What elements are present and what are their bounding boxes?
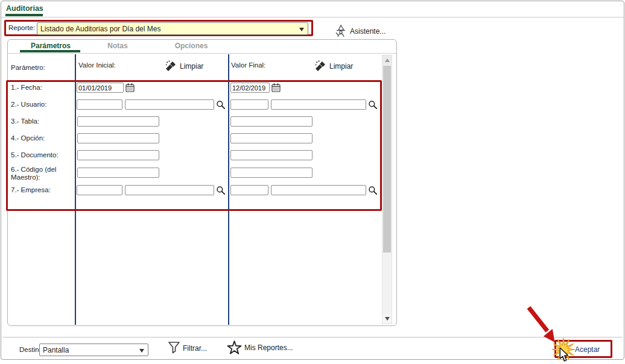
broom-icon <box>315 60 326 72</box>
documento-final-input[interactable] <box>230 150 312 160</box>
caret-down-icon <box>299 28 304 31</box>
param-label-fecha: 1.- Fecha: <box>11 84 42 91</box>
app-window: Auditorias Reporte: Listado de Auditoria… <box>1 1 624 360</box>
tab-parametros-label: Parámetros <box>31 42 71 50</box>
funnel-icon <box>168 341 180 355</box>
report-select[interactable]: Listado de Auditorias por Día del Mes <box>37 22 308 35</box>
tabla-final-input[interactable] <box>230 116 312 127</box>
magnifier-icon[interactable] <box>368 100 378 110</box>
report-select-value: Listado de Auditorias por Día del Mes <box>40 23 160 36</box>
destination-select[interactable]: Pantalla <box>39 344 148 356</box>
clear-final-label: Limpiar <box>329 62 353 71</box>
calendar-icon[interactable] <box>125 83 135 92</box>
opcion-final-input[interactable] <box>230 133 312 143</box>
panel-scrollbar[interactable] <box>382 55 392 324</box>
usuario-initial-code-input[interactable] <box>77 99 122 110</box>
column-divider <box>75 54 76 325</box>
final-column-header: Valor Final: <box>231 61 265 69</box>
column-divider <box>228 54 229 325</box>
fecha-final-input[interactable] <box>230 83 270 93</box>
fecha-initial-input[interactable] <box>77 83 124 93</box>
initial-column-header: Valor Inicial: <box>78 61 116 69</box>
filter-button[interactable]: Filtrar... <box>168 341 207 355</box>
calendar-icon[interactable] <box>271 83 281 92</box>
scrollbar-thumb[interactable] <box>383 66 391 253</box>
header-divider <box>1 17 624 17</box>
star-icon <box>227 340 242 355</box>
tab-parametros[interactable]: Parámetros <box>16 42 86 50</box>
tab-parametros-active-bar <box>20 50 80 52</box>
tab-opciones[interactable]: Opciones <box>157 42 226 50</box>
param-label-opcion: 4.- Opción: <box>11 134 45 142</box>
scroll-down-icon[interactable] <box>382 314 392 324</box>
magnifier-icon[interactable] <box>216 100 226 110</box>
tab-opciones-label: Opciones <box>175 42 208 50</box>
my-reports-label: Mis Reportes... <box>244 344 293 352</box>
accept-button[interactable]: Aceptar <box>575 345 600 354</box>
red-arrow-icon <box>524 304 559 345</box>
caret-down-icon <box>139 349 144 353</box>
wizard-icon <box>334 24 347 38</box>
module-tab-label: Auditorias <box>6 4 43 13</box>
empresa-initial-code-input[interactable] <box>77 185 122 195</box>
codigo-final-input[interactable] <box>230 168 312 178</box>
module-tab-active-bar <box>5 14 43 16</box>
tab-notas-label: Notas <box>107 42 127 50</box>
usuario-initial-desc-input[interactable] <box>125 99 214 110</box>
clear-initial-button[interactable]: Limpiar <box>165 60 203 72</box>
mouse-cursor-icon <box>559 347 569 362</box>
empresa-initial-desc-input[interactable] <box>125 185 214 195</box>
my-reports-button[interactable]: Mis Reportes... <box>227 340 293 355</box>
magnifier-icon[interactable] <box>216 186 226 195</box>
destination-select-value: Pantalla <box>43 344 69 357</box>
param-label-documento: 5.- Documento: <box>11 151 59 158</box>
opcion-initial-input[interactable] <box>77 133 159 143</box>
param-label-tabla: 3.- Tabla: <box>11 118 39 125</box>
broom-icon <box>165 60 177 72</box>
tab-notas[interactable]: Notas <box>84 42 151 50</box>
report-label: Reporte: <box>8 24 35 31</box>
param-label-usuario: 2.- Usuario: <box>11 101 46 108</box>
module-tab-auditorias[interactable]: Auditorias <box>6 4 43 13</box>
filter-label: Filtrar... <box>183 344 207 353</box>
empresa-final-code-input[interactable] <box>230 185 268 195</box>
empresa-final-desc-input[interactable] <box>271 185 366 195</box>
tabla-initial-input[interactable] <box>77 116 159 127</box>
param-label-codigo: 6.- Código (del Maestro): <box>11 166 71 181</box>
usuario-final-code-input[interactable] <box>230 99 268 110</box>
param-label-empresa: 7.- Empresa: <box>11 186 51 193</box>
codigo-initial-input[interactable] <box>77 168 159 178</box>
scroll-up-icon[interactable] <box>382 55 392 65</box>
clear-initial-label: Limpiar <box>180 62 203 71</box>
parameters-panel <box>7 39 397 326</box>
usuario-final-desc-input[interactable] <box>271 99 366 110</box>
assistant-button[interactable]: Asistente... <box>334 24 385 38</box>
magnifier-icon[interactable] <box>368 186 378 195</box>
param-column-header: Parámetro: <box>11 64 45 71</box>
clear-final-button[interactable]: Limpiar <box>315 60 353 72</box>
assistant-label: Asistente... <box>350 27 385 36</box>
documento-initial-input[interactable] <box>77 150 159 160</box>
